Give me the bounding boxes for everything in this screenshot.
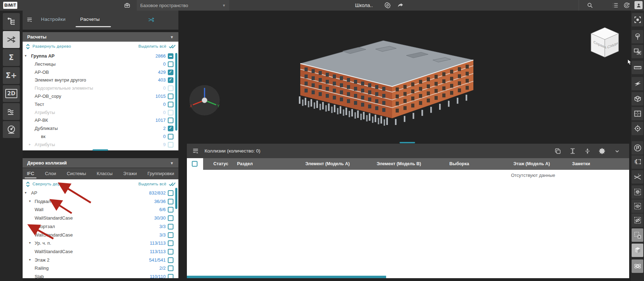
collision-tab-системы[interactable]: Системы (67, 169, 86, 179)
workspace-dropdown[interactable]: Базовое пространство ▼ (137, 0, 229, 11)
caret-collapsed-icon[interactable]: ▸ (29, 142, 31, 146)
tree-row[interactable]: Атрибуты0 (23, 109, 178, 116)
section-box-button[interactable] (632, 92, 643, 106)
list-menu-icon[interactable] (611, 1, 620, 10)
tab-settings[interactable]: Настройки (41, 17, 66, 22)
tree-item-checkbox[interactable] (168, 126, 173, 131)
flag-button[interactable] (632, 141, 643, 155)
tree-item-checkbox[interactable] (168, 249, 173, 255)
navigation-cube[interactable]: Справа Сзади (587, 25, 622, 59)
collision-tab-группировки[interactable]: Группировки (147, 169, 174, 179)
show-button[interactable] (632, 199, 643, 213)
tree-row[interactable]: Railing2/2 (23, 264, 178, 272)
tree-item-checkbox[interactable] (168, 274, 173, 278)
tree-row[interactable]: АР-ВК1017 (23, 116, 178, 124)
collapse-tree-link[interactable]: Свернуть дерево (33, 182, 67, 186)
selection-set-button[interactable]: S (632, 155, 643, 169)
select-similar-button[interactable] (632, 45, 643, 58)
tree-row[interactable]: Лестницы0 (23, 60, 178, 68)
caret-expanded-icon[interactable]: ▾ (29, 199, 31, 203)
viewport-panel-drag-handle[interactable] (400, 142, 415, 143)
column-header[interactable]: Заметки (572, 161, 590, 166)
tree-item-checkbox[interactable] (168, 61, 173, 67)
hide-button[interactable] (632, 214, 643, 227)
tree-scrollbar[interactable] (175, 53, 177, 131)
tree-item-checkbox[interactable] (168, 232, 173, 238)
caret-expanded-icon[interactable]: ▾ (29, 241, 31, 245)
tree-item-checkbox[interactable] (168, 53, 173, 59)
calc-section-header[interactable]: Расчеты ▼ (23, 32, 178, 42)
tree-row[interactable]: Дубликаты2 (23, 125, 178, 132)
tree-row[interactable]: WallStandardCase3/3 (23, 231, 178, 239)
graphs-button[interactable] (3, 103, 20, 120)
avatar[interactable] (634, 1, 643, 9)
panel-menu-icon[interactable] (25, 16, 34, 24)
tree-row[interactable]: ▾АР832/832 (23, 189, 178, 197)
notifications-sync-icon[interactable] (622, 1, 631, 10)
tree-item-checkbox[interactable] (168, 265, 173, 271)
column-header[interactable]: Элемент (Модель B) (377, 161, 421, 166)
tree-row[interactable]: Элемент внутри другого403 (23, 76, 178, 84)
tree-item-checkbox[interactable] (168, 110, 173, 115)
collision-tab-классы[interactable]: Классы (97, 169, 113, 179)
tree-item-checkbox[interactable] (168, 207, 173, 213)
tree-item-checkbox[interactable] (168, 102, 173, 107)
project-name[interactable]: Школа.. (355, 0, 373, 11)
column-header[interactable]: Элемент (Модель А) (305, 161, 350, 166)
double-check-icon[interactable] (169, 43, 176, 50)
floorplan-button[interactable] (632, 107, 643, 120)
tree-scrollbar[interactable] (175, 188, 177, 209)
gear-icon[interactable] (383, 1, 392, 10)
sigma-button[interactable]: Σ (3, 49, 20, 66)
collision-tab-этажи[interactable]: Этажи (123, 169, 137, 179)
tree-row[interactable]: АР-ОВ429 (23, 68, 178, 76)
tree-row[interactable]: Тест0 (23, 101, 178, 108)
select-all-checkbox[interactable] (192, 161, 197, 167)
collisions-shuffle-button[interactable] (3, 31, 20, 48)
copy-icon[interactable] (554, 148, 561, 155)
fit-rows-icon[interactable] (584, 148, 591, 155)
tree-item-checkbox[interactable] (168, 77, 173, 83)
column-header[interactable]: Статус (213, 161, 228, 166)
caret-expanded-icon[interactable]: ▾ (29, 224, 31, 228)
select-all-link[interactable]: Выделить всё (138, 182, 166, 186)
tree-item-checkbox[interactable] (168, 118, 173, 123)
tree-item-checkbox[interactable] (168, 257, 173, 263)
share-icon[interactable] (396, 1, 405, 10)
tree-row[interactable]: вк0 (23, 133, 178, 140)
column-header[interactable]: Раздел (237, 161, 253, 166)
panel-splitter-handle[interactable] (93, 149, 108, 151)
collapse-panel-chevron-icon[interactable] (614, 148, 621, 155)
tree-row[interactable]: Wall6/6 (23, 206, 178, 214)
tree-row[interactable]: ▾Спортзал3/3 (23, 223, 178, 231)
measure-crossed-button[interactable]: 12 (632, 170, 643, 184)
panel-menu-icon[interactable] (192, 147, 200, 155)
collisions-shuffle-icon[interactable] (147, 16, 155, 24)
tree-item-checkbox[interactable] (168, 85, 173, 91)
collision-tab-ifc[interactable]: IFC (27, 169, 34, 179)
flip-section-button[interactable] (632, 77, 643, 90)
tree-item-checkbox[interactable] (168, 70, 173, 75)
tree-view-button[interactable] (632, 30, 643, 43)
gauge-button[interactable] (3, 121, 20, 138)
tree-item-checkbox[interactable] (168, 199, 173, 204)
tree-row[interactable]: ▾Группа АР2866 (23, 52, 178, 60)
tree-item-checkbox[interactable] (168, 142, 173, 148)
tree-row[interactable]: АР-ОВ_copy1015 (23, 92, 178, 100)
caret-expanded-icon[interactable]: ▾ (25, 191, 26, 195)
tree-row[interactable]: ▾Этаж 2541/541 (23, 256, 178, 264)
tree-item-checkbox[interactable] (168, 215, 173, 221)
tab-calculations[interactable]: Расчеты (80, 17, 100, 22)
collision-section-header[interactable]: Дерево коллизий ▼ (23, 158, 178, 168)
tree-item-checkbox[interactable] (168, 240, 173, 246)
row-height-icon[interactable] (569, 148, 576, 155)
axis-gizmo[interactable]: X Y (188, 84, 221, 116)
column-header[interactable]: Этаж (Модель А) (513, 161, 550, 166)
column-header[interactable]: Выборка (449, 161, 469, 166)
view-cube-button[interactable] (632, 244, 643, 257)
target-button[interactable] (632, 122, 643, 135)
collision-tab-слои[interactable]: Слои (45, 169, 56, 179)
caret-expanded-icon[interactable]: ▾ (29, 258, 31, 262)
double-check-icon[interactable] (169, 181, 176, 187)
gear-icon[interactable] (599, 148, 606, 155)
